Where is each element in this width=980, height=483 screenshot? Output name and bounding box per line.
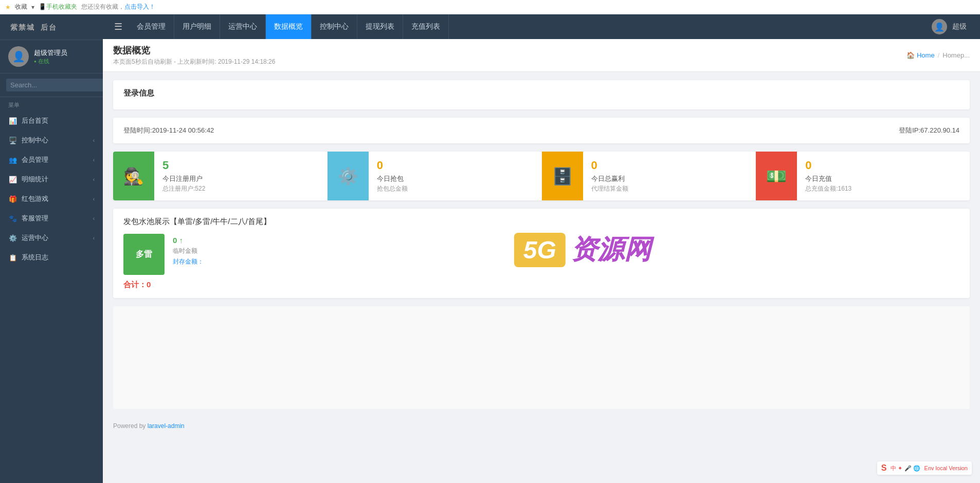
header-nav: ☰ 会员管理 用户明细 运营中心 数据概览 控制中心 提现列表 充值列表 👤 超…: [103, 14, 980, 39]
user-name: 超级管理员: [34, 48, 67, 58]
sidebar-item-label: 明细统计: [22, 175, 48, 184]
tab-recharge[interactable]: 充值列表: [403, 14, 449, 39]
sidebar-item-dashboard[interactable]: 📊 后台首页: [0, 111, 103, 131]
operation-icon: ⚙️: [8, 234, 17, 242]
sidebar-item-members[interactable]: 👥 会员管理 ‹: [0, 150, 103, 170]
laravel-admin-link[interactable]: laravel-admin: [148, 422, 185, 430]
powered-by: Powered by laravel-admin: [113, 417, 970, 435]
page-content: 登录信息 登陆时间:2019-11-24 00:56:42 登陆IP:67.22…: [103, 72, 980, 443]
stat-card-recharge: 💵 0 今日充值 总充值金额:1613: [756, 152, 970, 200]
sidebar-item-label: 后台首页: [22, 116, 48, 125]
chevron-icon: ‹: [93, 216, 95, 221]
breadcrumb-bar: 数据概览 本页面5秒后自动刷新 - 上次刷新时间: 2019-11-29 14:…: [103, 39, 980, 72]
pool-amount-label: 临时金额: [173, 247, 204, 255]
header-tabs: 会员管理 用户明细 运营中心 数据概览 控制中心 提现列表 充值列表: [129, 14, 449, 39]
sidebar-search[interactable]: 🔍: [0, 73, 103, 97]
stat-icon-register: 🕵️: [113, 152, 154, 200]
collect-arrow: ▾: [31, 4, 34, 11]
main-area: ☰ 会员管理 用户明细 运营中心 数据概览 控制中心 提现列表 充值列表 👤 超…: [103, 14, 980, 483]
stat-info-grab: 0 今日抢包 抢包总金额: [369, 152, 541, 200]
tab-control[interactable]: 控制中心: [312, 14, 357, 39]
sidebar-menu: 📊 后台首页 🖥️ 控制中心 ‹ 👥 会员管理 ‹ 📈 明细统计 ‹ 🎁 红包游…: [0, 111, 103, 483]
breadcrumb: 🏠 Home / Homep...: [906, 51, 970, 59]
stat-card-register: 🕵️ 5 今日注册用户 总注册用户:522: [113, 152, 328, 200]
chevron-icon: ‹: [93, 196, 95, 202]
header-avatar: 👤: [932, 19, 947, 34]
page-title: 数据概览: [113, 44, 275, 57]
tab-member[interactable]: 会员管理: [129, 14, 174, 39]
sidebar-item-stats[interactable]: 📈 明细统计 ‹: [0, 170, 103, 189]
hamburger-icon[interactable]: ☰: [108, 21, 129, 32]
sidebar-item-label: 客服管理: [22, 214, 48, 223]
env-label: 中 ✦ 🎤 🌐: [891, 465, 920, 472]
sidebar-logo: 紫禁城 后台: [0, 14, 103, 40]
stat-sub-recharge: 总充值金额:1613: [805, 184, 961, 193]
bottom-right-bar: S 中 ✦ 🎤 🌐 Env local Version: [877, 461, 972, 475]
stat-sub-grab: 抢包总金额: [377, 184, 533, 193]
pool-badge: 多雷: [123, 234, 165, 275]
notice-text: 您还没有收藏，点击导入！: [81, 3, 155, 11]
service-icon: 🐾: [8, 215, 17, 222]
sidebar-item-label: 会员管理: [22, 155, 48, 164]
sidebar-item-syslog[interactable]: 📋 系统日志: [0, 248, 103, 267]
pool-title: 发包水池展示【单雷/多雷/牛牛/二八/首尾】: [123, 217, 959, 227]
page-subtitle: 本页面5秒后自动刷新 - 上次刷新时间: 2019-11-29 14:18:26: [113, 58, 275, 66]
sidebar-item-label: 红包游戏: [22, 194, 48, 203]
sidebar-item-operation[interactable]: ⚙️ 运营中心 ‹: [0, 228, 103, 248]
tab-usermemo[interactable]: 用户明细: [174, 14, 220, 39]
pool-amount: 0 ↑: [173, 236, 204, 245]
sidebar-item-redpacket[interactable]: 🎁 红包游戏 ‹: [0, 189, 103, 209]
stat-label-recharge: 今日充值: [805, 174, 961, 183]
stat-icon-recharge: 💵: [756, 152, 797, 200]
avatar: 👤: [8, 46, 29, 67]
empty-section: [113, 306, 970, 409]
stat-label-grab: 今日抢包: [377, 174, 533, 183]
collect-button[interactable]: 收藏: [15, 3, 27, 11]
control-icon: 🖥️: [8, 137, 17, 144]
sidebar-item-service[interactable]: 🐾 客服管理 ‹: [0, 209, 103, 228]
login-time: 2019-11-24 00:56:42: [152, 126, 214, 134]
sidebar-item-label: 控制中心: [22, 136, 48, 145]
tab-operation[interactable]: 运营中心: [220, 14, 266, 39]
pool-frozen-label: 封存金额：: [173, 257, 204, 266]
login-ip: 67.220.90.14: [920, 126, 959, 134]
stats-icon: 📈: [8, 176, 17, 183]
sidebar: 紫禁城 后台 👤 超级管理员 在线 🔍 菜单 📊 后台首页 🖥️ 控制中心 ‹: [0, 14, 103, 483]
stat-sub-register: 总注册用户:522: [162, 184, 319, 193]
stat-label-profit: 今日总赢利: [591, 174, 748, 183]
import-link[interactable]: 点击导入！: [124, 3, 155, 10]
stat-value-register: 5: [162, 159, 319, 172]
version-label: Env local Version: [924, 465, 968, 471]
content-area: 数据概览 本页面5秒后自动刷新 - 上次刷新时间: 2019-11-29 14:…: [103, 39, 980, 483]
header-username: 超级: [952, 22, 967, 31]
pool-row: 多雷 0 ↑ 临时金额 封存金额：: [123, 234, 959, 275]
stat-value-grab: 0: [377, 159, 533, 172]
stat-info-recharge: 0 今日充值 总充值金额:1613: [797, 152, 970, 200]
pool-section: 发包水池展示【单雷/多雷/牛牛/二八/首尾】 多雷 0 ↑ 临时金额 封存金额：…: [113, 209, 970, 298]
stat-sub-profit: 代理结算金额: [591, 184, 748, 193]
tab-withdrawal[interactable]: 提现列表: [357, 14, 403, 39]
stat-icon-grab: ⚙️: [328, 152, 369, 200]
stat-value-recharge: 0: [805, 159, 961, 172]
syslog-icon: 📋: [8, 254, 17, 262]
header-right: 👤 超级: [932, 19, 975, 34]
home-link[interactable]: 🏠 Home: [906, 51, 934, 59]
login-info-detail: 登陆时间:2019-11-24 00:56:42 登陆IP:67.220.90.…: [113, 118, 970, 143]
stat-card-grab: ⚙️ 0 今日抢包 抢包总金额: [328, 152, 542, 200]
current-page-crumb: Homep...: [942, 51, 970, 59]
chevron-icon: ‹: [93, 177, 95, 182]
stat-value-profit: 0: [591, 159, 748, 172]
star-icon: ★: [5, 4, 11, 11]
chevron-icon: ‹: [93, 157, 95, 163]
stat-info-register: 5 今日注册用户 总注册用户:522: [154, 152, 327, 200]
login-info-card: 登录信息: [113, 80, 970, 109]
tab-datacenter[interactable]: 数据概览: [266, 14, 312, 39]
search-input[interactable]: [6, 79, 101, 91]
chevron-icon: ‹: [93, 235, 95, 241]
mobile-collect-button[interactable]: 📱手机收藏夹: [39, 3, 77, 11]
chevron-icon: ‹: [93, 138, 95, 143]
sidebar-item-label: 运营中心: [22, 233, 48, 243]
pool-detail: 0 ↑ 临时金额 封存金额：: [165, 234, 212, 268]
sidebar-item-control[interactable]: 🖥️ 控制中心 ‹: [0, 131, 103, 150]
pool-total: 合计：0: [123, 280, 959, 290]
